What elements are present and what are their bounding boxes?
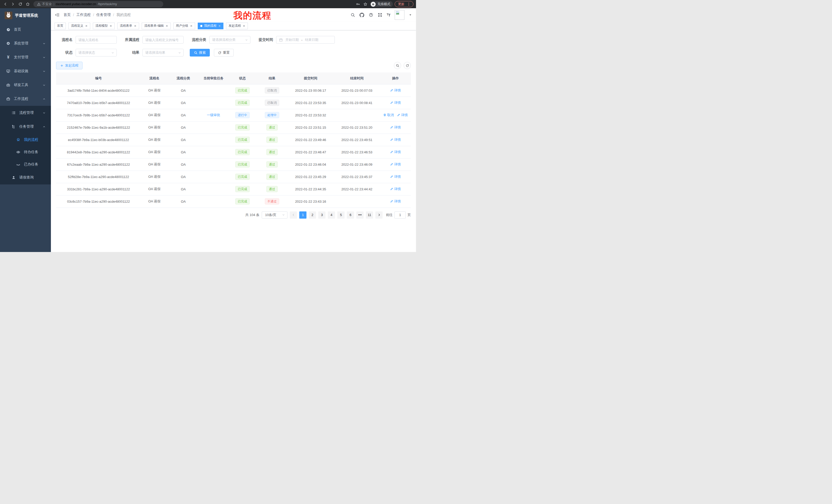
tab-用户分组[interactable]: 用户分组 (173, 23, 195, 29)
detail-link[interactable]: 详情 (390, 199, 401, 204)
avatar[interactable] (395, 10, 405, 20)
tab-首页[interactable]: 首页 (54, 23, 66, 29)
detail-link[interactable]: 详情 (390, 150, 401, 155)
breadcrumb-item-工作流程[interactable]: 工作流程 (76, 12, 91, 17)
prev-page-button[interactable] (290, 212, 297, 219)
browser-back-button[interactable] (3, 1, 8, 7)
sidebar-item-我的流程[interactable]: 我的流程 (0, 134, 51, 146)
edit-icon (390, 175, 393, 178)
process-def-input[interactable] (142, 36, 184, 44)
detail-link[interactable]: 详情 (390, 88, 401, 93)
key-icon[interactable] (355, 1, 361, 7)
sidebar-item-首页[interactable]: 首页 (0, 23, 51, 36)
detail-label: 详情 (394, 101, 401, 105)
filter-row-2: 状态 请选择状态 结果 请选择流结果 (56, 49, 411, 57)
bookmark-star-icon[interactable] (363, 1, 368, 7)
github-icon[interactable] (359, 12, 364, 18)
page-button-3[interactable]: 3 (318, 212, 326, 219)
show-search-button[interactable] (394, 62, 401, 69)
close-icon[interactable] (165, 25, 168, 27)
close-icon[interactable] (243, 25, 245, 27)
sidebar-item-支付管理[interactable]: ¥支付管理 (0, 50, 51, 64)
next-page-button[interactable] (375, 212, 383, 219)
cell-status: 进行中 (228, 109, 257, 121)
close-icon[interactable] (85, 25, 88, 27)
close-icon[interactable] (134, 25, 136, 27)
fullscreen-icon[interactable] (378, 12, 382, 17)
detail-link[interactable]: 详情 (390, 162, 401, 167)
avatar-caret-icon[interactable] (409, 13, 412, 17)
app-logo-row[interactable]: 芋道管理系统 (0, 8, 51, 23)
process-name-input[interactable] (76, 36, 117, 44)
sidebar-item-请假查询[interactable]: 请假查询 (0, 171, 51, 185)
gear-icon (6, 41, 10, 46)
active-tab-dot (200, 25, 202, 27)
search-button[interactable]: 搜索 (190, 49, 210, 57)
detail-link[interactable]: 详情 (390, 174, 401, 179)
breadcrumb-item-首页[interactable]: 首页 (63, 12, 71, 17)
address-bar[interactable]: 不安全 dashboard.yudao.iocoder.cn/bpm/task/… (33, 1, 163, 7)
close-icon[interactable] (190, 25, 192, 27)
cell-submit-time: 2022-01-22 23:43:16 (287, 195, 334, 207)
pager-more-button[interactable]: ••• (356, 212, 364, 219)
sidebar-item-系统管理[interactable]: 系统管理 (0, 36, 51, 50)
cell-actions: 详情 (380, 134, 411, 146)
detail-label: 详情 (394, 187, 401, 191)
tab-流程定义[interactable]: 流程定义 (69, 23, 90, 29)
tab-我的流程[interactable]: 我的流程 (198, 23, 224, 29)
sidebar-item-工作流程[interactable]: 工作流程 (0, 92, 51, 106)
page-button-11[interactable]: 11 (366, 212, 373, 219)
detail-link[interactable]: 详情 (390, 125, 401, 130)
page-button-1[interactable]: 1 (299, 212, 307, 219)
submit-time-range-picker[interactable]: 开始日期 - 结束日期 (276, 36, 335, 44)
tab-流程表单-编辑[interactable]: 流程表单-编辑 (142, 23, 171, 29)
sidebar-item-待办任务[interactable]: 待办任务 (0, 146, 51, 158)
tab-流程模型[interactable]: 流程模型 (93, 23, 115, 29)
reset-button-label: 重置 (223, 50, 230, 55)
cell-category: OA (168, 121, 199, 134)
browser-forward-button[interactable] (10, 1, 16, 7)
current-task-link[interactable]: 一级审批 (207, 113, 220, 117)
detail-link[interactable]: 详情 (390, 137, 401, 142)
page-button-4[interactable]: 4 (328, 212, 335, 219)
search-icon[interactable] (350, 12, 355, 17)
reset-button[interactable]: 重置 (214, 49, 234, 57)
process-table: 编号流程名流程分类当前审批任务状态结果提交时间结束时间操作 3ad174fb-7… (56, 73, 411, 208)
result-select[interactable]: 请选择流结果 (142, 49, 184, 57)
page-button-2[interactable]: 2 (309, 212, 316, 219)
sidebar-fold-icon[interactable] (55, 12, 60, 17)
row-actions: 详情 (390, 137, 401, 142)
help-icon[interactable] (369, 12, 373, 17)
browser-home-button[interactable] (25, 1, 31, 7)
update-button[interactable]: 更新 (395, 1, 413, 7)
cell-actions: 详情 (380, 96, 411, 109)
category-select[interactable]: 请选择流程分类 (209, 36, 251, 44)
sidebar-item-label: 首页 (14, 27, 21, 32)
sidebar-item-基础设施[interactable]: 基础设施 (0, 64, 51, 78)
tab-流程表单[interactable]: 流程表单 (117, 23, 139, 29)
detail-link[interactable]: 详情 (390, 187, 401, 191)
page-size-select[interactable]: 10条/页 (262, 212, 287, 219)
page-button-5[interactable]: 5 (337, 212, 344, 219)
detail-link[interactable]: 详情 (390, 101, 401, 105)
column-header-流程名: 流程名 (141, 73, 168, 84)
monitor-icon (6, 69, 10, 73)
breadcrumb-separator: / (73, 13, 74, 17)
tab-发起流程[interactable]: 发起流程 (226, 23, 248, 29)
browser-reload-button[interactable] (18, 1, 23, 7)
create-process-button[interactable]: 发起流程 (56, 62, 82, 69)
sidebar-item-已办任务[interactable]: 已办任务 (0, 158, 51, 171)
cancel-link[interactable]: 取消 (383, 113, 394, 117)
sidebar-item-流程管理[interactable]: 流程管理 (0, 106, 51, 120)
breadcrumb-item-任务管理[interactable]: 任务管理 (97, 12, 111, 17)
status-select[interactable]: 请选择状态 (76, 49, 117, 57)
goto-page-input[interactable] (394, 212, 406, 219)
detail-link[interactable]: 详情 (397, 113, 408, 117)
close-icon[interactable] (109, 25, 112, 27)
page-button-6[interactable]: 6 (347, 212, 354, 219)
refresh-table-button[interactable] (404, 62, 411, 69)
sidebar-item-研发工具[interactable]: 研发工具 (0, 78, 51, 92)
font-size-icon[interactable]: TT (387, 13, 390, 17)
sidebar-item-任务管理[interactable]: 任务管理 (0, 120, 51, 134)
close-icon[interactable] (218, 25, 221, 27)
